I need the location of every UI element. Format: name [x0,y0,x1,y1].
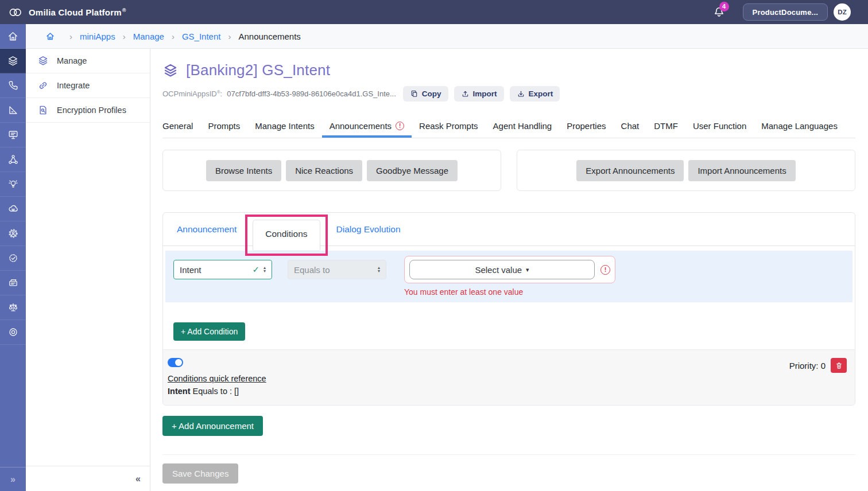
divider [162,454,855,455]
rail-item-home[interactable] [0,24,26,49]
import-announcements-button[interactable]: Import Announcements [688,160,795,181]
tab-announcements[interactable]: Announcements ! [322,115,412,138]
priority-label: Priority: 0 [789,361,826,371]
intents-card: Browse Intents Nice Reactions Goodbye Me… [162,150,501,191]
target-icon [7,326,19,338]
avatar[interactable]: DZ [834,3,851,21]
breadcrumb-miniapps[interactable]: miniApps [80,32,115,41]
tab-manage-intents[interactable]: Manage Intents [247,115,321,138]
breadcrumb-manage[interactable]: Manage [133,32,164,41]
subtab-dialog-evolution[interactable]: Dialog Evolution [327,224,410,235]
sort-arrows-icon: ▴▾ [264,266,266,273]
condition-field-select[interactable]: Intent ✓ ▴▾ [173,260,272,279]
breadcrumb-current: Announcements [238,32,300,41]
gear-user-icon [7,228,19,239]
rail-item-calls[interactable] [0,73,26,98]
tab-agent-handling[interactable]: Agent Handling [486,115,560,138]
condition-field-value: Intent [180,265,202,275]
rail-item-insights[interactable] [0,172,26,197]
set-square-icon [7,104,19,116]
sidebar-item-label: Manage [57,56,87,65]
rail-item-dialogs[interactable] [0,123,26,147]
rail-item-transcripts[interactable] [0,271,26,295]
miniapp-layers-icon [162,63,179,79]
sidebar-collapse-button[interactable]: « [26,466,150,491]
rail-item-miniapps[interactable] [0,49,26,73]
copy-icon [410,89,418,98]
import-button[interactable]: Import [454,86,504,102]
error-icon: ! [600,265,610,275]
condition-operator-select[interactable]: Equals to ▴▾ [288,260,386,279]
rail-item-recordings[interactable] [0,320,26,345]
network-nodes-icon [7,154,19,165]
tab-reask-prompts[interactable]: Reask Prompts [412,115,486,138]
nice-reactions-button[interactable]: Nice Reactions [286,160,362,181]
rail-item-quality[interactable] [0,246,26,271]
browse-intents-button[interactable]: Browse Intents [206,160,281,181]
tab-label: Announcements [330,121,392,131]
breadcrumb-separator: › [228,32,231,41]
page-title: [Banking2] GS_Intent [186,61,330,79]
sidebar-item-manage[interactable]: Manage [26,49,150,73]
add-announcement-button[interactable]: + Add Announcement [162,416,263,436]
conditions-quick-reference-link[interactable]: Conditions quick reference [168,374,266,383]
quick-reference-toggle[interactable] [168,358,183,367]
add-condition-button[interactable]: + Add Condition [173,322,245,341]
tab-bar: General Prompts Manage Intents Announcem… [162,115,855,138]
notifications-button[interactable]: 4 [712,6,726,19]
badge-check-icon [7,252,19,264]
link-icon [37,80,49,91]
cloud-icon [7,203,19,215]
condition-summary-field: Intent [168,387,190,396]
export-button[interactable]: Export [510,86,560,102]
save-changes-button[interactable]: Save Changes [162,463,238,484]
sidebar: Manage Integrate Encryption Profiles « [26,49,150,491]
delete-announcement-button[interactable] [831,358,847,373]
download-icon [517,89,525,98]
layers-icon [7,55,19,67]
condition-error-message: You must enter at least one value [404,287,844,297]
miniapp-id-value: 07cf7bfd-dff3-4b53-989d-86106e0ca4d1.GS_… [227,89,396,98]
tab-dtmf[interactable]: DTMF [646,115,685,138]
tab-properties[interactable]: Properties [559,115,613,138]
topbar-right: 4 ProductDocume... DZ [712,3,851,21]
monitor-chat-icon [7,129,19,141]
breadcrumb-separator: › [69,32,72,41]
tab-user-function[interactable]: User Function [685,115,754,138]
icon-rail: » [0,24,26,491]
breadcrumb-home-icon[interactable] [45,32,55,41]
tab-manage-languages[interactable]: Manage Languages [754,115,845,138]
layers-icon [37,55,49,67]
account-menu-button[interactable]: ProductDocume... [743,3,828,21]
subtab-announcement[interactable]: Announcement [168,224,246,235]
tab-prompts[interactable]: Prompts [200,115,247,138]
sort-arrows-icon: ▴▾ [378,266,380,273]
notification-badge: 4 [719,2,729,11]
rail-item-legal[interactable] [0,295,26,320]
quick-reference-section: Conditions quick reference Intent Equals… [163,349,855,405]
check-icon: ✓ [252,264,259,275]
sidebar-item-integrate[interactable]: Integrate [26,73,150,98]
rail-item-tools[interactable] [0,98,26,123]
sidebar-item-label: Encryption Profiles [57,106,126,115]
upload-icon [461,89,470,98]
breadcrumb-gs-intent[interactable]: GS_Intent [182,32,221,41]
breadcrumb: › miniApps › Manage › GS_Intent › Announ… [26,24,868,49]
sidebar-item-label: Integrate [57,81,90,90]
select-value-dropdown[interactable]: Select value ▾ [409,260,595,279]
rail-item-admin[interactable] [0,221,26,246]
condition-operator-value: Equals to [294,265,330,275]
tab-chat[interactable]: Chat [614,115,647,138]
subtab-conditions[interactable]: Conditions [253,220,320,250]
rail-expand-button[interactable]: » [0,467,26,491]
toggle-knob [175,359,182,366]
sidebar-item-encryption-profiles[interactable]: Encryption Profiles [26,98,150,123]
rail-item-orchestration[interactable] [0,147,26,172]
tab-general[interactable]: General [162,115,200,138]
export-announcements-button[interactable]: Export Announcements [576,160,684,181]
breadcrumb-separator: › [123,32,126,41]
copy-button[interactable]: Copy [403,86,448,102]
rail-item-deployments[interactable] [0,197,26,221]
breadcrumb-separator: › [172,32,175,41]
goodbye-message-button[interactable]: Goodbye Message [367,160,458,181]
